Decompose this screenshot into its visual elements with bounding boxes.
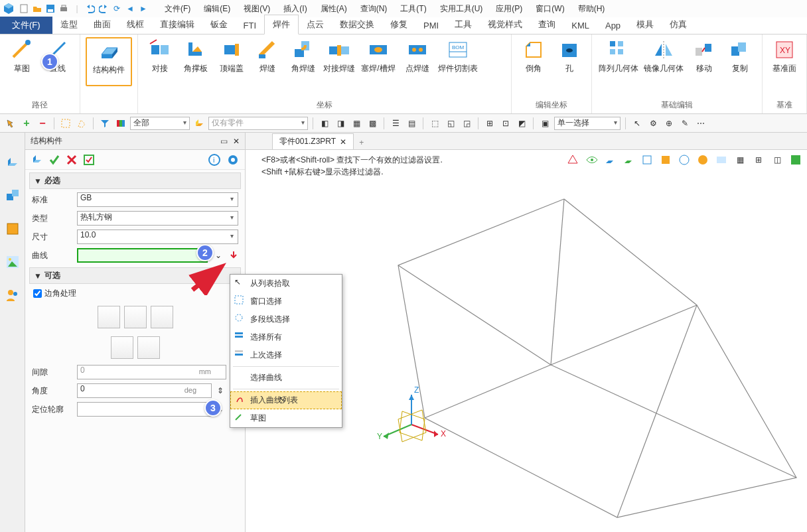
vt-icon-13[interactable] — [788, 153, 803, 167]
btn-gusset[interactable]: 角撑板 — [179, 37, 212, 84]
menu-tools[interactable]: 工具(T) — [394, 1, 433, 17]
assembly-icon[interactable] — [5, 188, 20, 203]
btn-move[interactable]: 移动 — [688, 37, 721, 84]
doc-tab-add-icon[interactable]: + — [354, 136, 369, 149]
t-icon-7[interactable]: ⬚ — [428, 117, 441, 130]
tab-pointcloud[interactable]: 点云 — [299, 15, 332, 34]
t-icon-17[interactable]: ✎ — [678, 117, 692, 130]
input-standard[interactable]: GB — [77, 192, 238, 207]
t-icon-10[interactable]: ⊞ — [483, 117, 496, 130]
cube-small-icon[interactable] — [29, 153, 45, 167]
chk-corner[interactable] — [33, 289, 42, 298]
menu-window[interactable]: 窗口(W) — [529, 1, 571, 17]
vt-icon-11[interactable]: ⊞ — [751, 153, 766, 167]
tab-sheetmetal[interactable]: 钣金 — [202, 15, 236, 34]
corner-btn-5[interactable] — [137, 336, 160, 359]
corner-btn-3[interactable] — [151, 306, 173, 328]
btn-hole[interactable]: 孔 — [553, 37, 586, 84]
input-profile[interactable] — [77, 402, 212, 417]
select-rect-icon[interactable] — [59, 117, 72, 130]
filter-icon[interactable] — [98, 117, 111, 130]
curve-down-icon[interactable] — [229, 250, 238, 261]
vt-icon-12[interactable]: ◫ — [770, 153, 784, 167]
btn-structural-member[interactable]: 结构构件 — [86, 37, 132, 86]
btn-copy[interactable]: 复制 — [723, 37, 757, 84]
image-icon[interactable] — [5, 255, 20, 269]
t-icon-4[interactable]: ▩ — [366, 117, 379, 130]
doc-tab[interactable]: 零件001.Z3PRT✕ — [272, 133, 354, 149]
undo-icon[interactable] — [85, 3, 96, 14]
ctx-polyline-select[interactable]: 多段线选择 — [230, 310, 342, 328]
vt-icon-10[interactable]: ▦ — [733, 153, 747, 167]
btn-endcap[interactable]: 顶端盖 — [215, 37, 248, 84]
vt-icon-5[interactable] — [640, 153, 654, 167]
corner-btn-2[interactable] — [124, 306, 147, 328]
t-icon-3[interactable]: ▦ — [350, 117, 363, 130]
cube-icon[interactable] — [5, 155, 20, 170]
angle-stepper-icon[interactable]: ⇕ — [217, 386, 224, 395]
btn-chamfer[interactable]: 倒角 — [517, 37, 550, 84]
tab-kml[interactable]: KML — [563, 17, 597, 34]
new-icon[interactable] — [19, 3, 29, 14]
filter-combo-all[interactable]: 全部 — [130, 117, 190, 130]
t-icon-9[interactable]: ◲ — [460, 117, 473, 130]
layers-icon[interactable] — [114, 117, 127, 130]
vt-icon-4[interactable] — [621, 153, 636, 167]
box-icon[interactable] — [192, 117, 206, 130]
menu-app[interactable]: 应用(P) — [489, 1, 529, 17]
tab-wireframe[interactable]: 线框 — [119, 15, 152, 34]
select-poly-icon[interactable] — [75, 117, 88, 130]
tab-fti[interactable]: FTI — [236, 17, 265, 34]
part-icon[interactable] — [5, 222, 20, 236]
menu-util[interactable]: 实用工具(U) — [433, 1, 490, 17]
btn-fillet-weld[interactable]: 角焊缝 — [287, 37, 320, 84]
tab-query[interactable]: 查询 — [530, 15, 563, 34]
menu-help[interactable]: 帮助(H) — [571, 1, 612, 17]
panel-min-icon[interactable]: ▭ — [220, 137, 228, 146]
btn-weld[interactable]: 焊缝 — [251, 37, 284, 84]
btn-spot-weld[interactable]: 点焊缝 — [401, 37, 434, 84]
t-icon-8[interactable]: ◱ — [444, 117, 457, 130]
vt-icon-3[interactable] — [603, 153, 617, 167]
ctx-select-curve[interactable]: 选择曲线 — [230, 369, 342, 387]
curve-expand-icon[interactable]: ⌄ — [213, 251, 224, 260]
ctx-insert-curve-list[interactable]: 插入曲线列表↖ — [230, 391, 342, 409]
btn-datum-plane[interactable]: XY基准面 — [768, 37, 801, 84]
select-mode-combo[interactable]: 单一选择 — [554, 117, 621, 130]
vt-icon-2[interactable] — [584, 153, 599, 167]
t-icon-16[interactable]: ⊕ — [662, 117, 676, 130]
menu-query[interactable]: 查询(N) — [354, 1, 394, 17]
add-icon[interactable]: + — [20, 117, 33, 130]
info-icon[interactable]: i — [206, 153, 222, 167]
menu-edit[interactable]: 编辑(E) — [197, 1, 237, 17]
ctx-last-select[interactable]: 上次选择 — [230, 346, 342, 364]
refresh-icon[interactable]: ⟳ — [111, 3, 122, 14]
btn-plug-weld[interactable]: 塞焊/槽焊 — [358, 37, 398, 84]
btn-butt-weld[interactable]: 对接焊缝 — [323, 37, 356, 84]
cancel-icon[interactable] — [64, 153, 80, 167]
section-required[interactable]: ▼必选 — [29, 172, 241, 189]
tab-directedit[interactable]: 直接编辑 — [152, 15, 202, 34]
vt-icon-6[interactable] — [658, 153, 673, 167]
open-icon[interactable] — [32, 3, 42, 14]
btn-butt[interactable]: 对接 — [143, 37, 177, 84]
input-angle[interactable]: 0deg — [77, 383, 212, 398]
t-icon-2[interactable]: ◨ — [334, 117, 347, 130]
input-type[interactable]: 热轧方钢 — [77, 211, 238, 226]
remove-icon[interactable]: − — [36, 117, 49, 130]
panel-close-icon[interactable]: ✕ — [233, 137, 240, 146]
ok-icon[interactable] — [46, 153, 62, 167]
forward-icon[interactable]: ► — [138, 3, 149, 14]
tab-exchange[interactable]: 数据交换 — [332, 15, 382, 34]
t-icon-12[interactable]: ◩ — [515, 117, 528, 130]
print-icon[interactable] — [58, 3, 69, 14]
btn-sketch[interactable]: 草图 — [5, 37, 38, 84]
vt-icon-1[interactable] — [565, 153, 580, 167]
back-icon[interactable]: ◄ — [125, 3, 135, 14]
cursor-icon[interactable] — [4, 117, 17, 130]
input-size[interactable]: 10.0 — [77, 230, 238, 244]
btn-cutlist[interactable]: BOM焊件切割表 — [437, 37, 479, 84]
tab-mold[interactable]: 模具 — [628, 15, 662, 34]
tab-repair[interactable]: 修复 — [382, 15, 415, 34]
corner-btn-4[interactable] — [111, 336, 133, 359]
